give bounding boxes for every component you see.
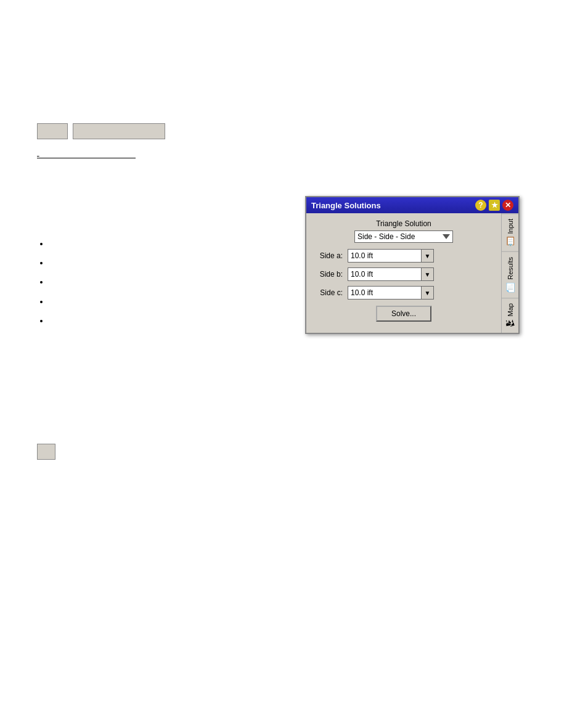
results-tab-icon: 📄 [505, 282, 515, 293]
side-c-dropdown-btn[interactable]: ▼ [422, 286, 434, 300]
side-b-input-wrap: ▼ [348, 267, 434, 281]
tab-map[interactable]: 🗺 Map [502, 298, 518, 332]
side-c-row: Side c: ▼ [314, 286, 494, 300]
bullet-item-5 [49, 311, 214, 330]
input-tab-label: Input [507, 219, 514, 234]
side-b-row: Side b: ▼ [314, 267, 494, 281]
results-tab-label: Results [507, 257, 514, 280]
tab-results[interactable]: 📄 Results [502, 251, 518, 298]
map-tab-icon: 🗺 [505, 319, 515, 328]
bullet-item-1 [49, 234, 214, 253]
dialog-body: Triangle Solution Side - Side - Side Sid… [306, 213, 518, 333]
help-icon[interactable]: ? [475, 200, 486, 211]
dialog-main-content: Triangle Solution Side - Side - Side Sid… [306, 213, 501, 333]
side-b-label: Side b: [314, 270, 348, 279]
side-a-dropdown-btn[interactable]: ▼ [422, 249, 434, 263]
top-bar [37, 123, 165, 139]
triangle-solution-label: Triangle Solution [314, 219, 494, 228]
input-tab-icon: 📋 [505, 236, 515, 247]
side-c-input[interactable] [348, 286, 422, 300]
top-button-1[interactable] [37, 123, 68, 139]
solve-button[interactable]: Solve... [376, 306, 431, 322]
bullet-item-4 [49, 292, 214, 311]
bullet-list [37, 234, 214, 330]
side-a-label: Side a: [314, 251, 348, 260]
side-b-input[interactable] [348, 267, 422, 281]
triangle-solutions-dialog: Triangle Solutions ? ★ ✕ Triangle Soluti… [305, 196, 520, 334]
bottom-button[interactable] [37, 444, 55, 460]
close-icon[interactable]: ✕ [502, 200, 513, 211]
map-tab-label: Map [507, 303, 514, 316]
solution-type-dropdown[interactable]: Side - Side - Side Side - Angle - Side A… [354, 230, 453, 243]
solve-row: Solve... [314, 306, 494, 322]
bullet-item-3 [49, 272, 214, 291]
tab-input[interactable]: 📋 Input [502, 213, 518, 251]
star-icon[interactable]: ★ [489, 200, 500, 211]
dialog-titlebar: Triangle Solutions ? ★ ✕ [306, 197, 518, 213]
side-a-input[interactable] [348, 249, 422, 263]
side-a-row: Side a: ▼ [314, 249, 494, 263]
dialog-sidebar: 📋 Input 📄 Results 🗺 Map [501, 213, 518, 333]
underline-link[interactable] [37, 148, 136, 158]
dialog-title: Triangle Solutions [311, 201, 475, 210]
bullet-item-2 [49, 253, 214, 272]
top-button-2[interactable] [73, 123, 165, 139]
side-c-label: Side c: [314, 288, 348, 297]
solution-type-row: Side - Side - Side Side - Angle - Side A… [314, 230, 494, 243]
side-a-input-wrap: ▼ [348, 249, 434, 263]
side-c-input-wrap: ▼ [348, 286, 434, 300]
side-b-dropdown-btn[interactable]: ▼ [422, 267, 434, 281]
titlebar-icons: ? ★ ✕ [475, 200, 513, 211]
